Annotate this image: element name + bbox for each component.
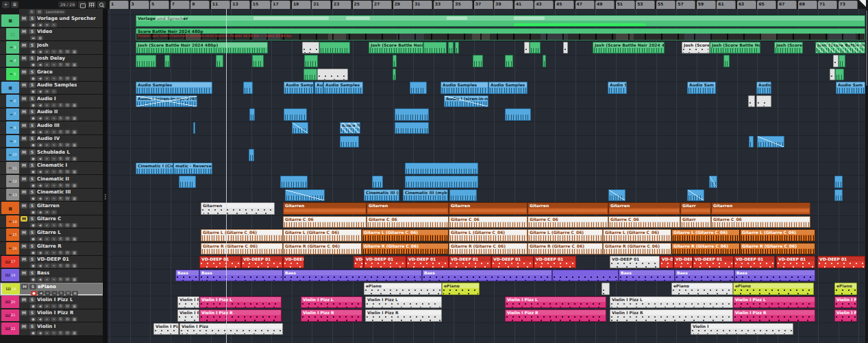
timeline-event[interactable] (302, 42, 319, 54)
edit-channel-button[interactable]: e (44, 331, 50, 335)
channel-button[interactable]: ▦ (71, 223, 77, 228)
ruler-bar-27[interactable]: 27 (373, 1, 392, 9)
channel-button[interactable]: ▦ (71, 103, 77, 108)
track-color-tab[interactable]: ≈14 (6, 215, 19, 228)
track-color-tab[interactable]: ≈5 (6, 68, 19, 80)
inserts-button[interactable]: ≈ (51, 49, 57, 54)
automation-write-button[interactable]: W (64, 62, 71, 67)
track-row-audio-samples[interactable]: ■MSAudio Samples●◀≡≈ (0, 82, 103, 95)
edit-channel-button[interactable]: e (44, 263, 50, 268)
ruler-bar-21[interactable]: 21 (312, 1, 331, 9)
channel-button[interactable]: ▦ (71, 130, 77, 134)
solo-button[interactable]: S (29, 310, 36, 316)
automation-write-button[interactable]: W (64, 237, 71, 241)
mute-button[interactable]: M (21, 82, 27, 88)
event-audio-sam[interactable]: Audio Sam (608, 82, 627, 94)
timeline-event[interactable] (449, 189, 477, 202)
timeline-event[interactable] (243, 82, 253, 94)
event-vd-deep-01[interactable]: VD-DEEP 01 (693, 256, 734, 268)
event-gitarre-l-gitarre-c-06[interactable]: Gitarre L (Gitarre C_06) (603, 229, 671, 241)
event-audio-samples[interactable]: Audio Samples (488, 82, 528, 94)
mute-button[interactable]: M (21, 56, 27, 61)
solo-button[interactable]: S (29, 96, 36, 102)
channel-button[interactable]: ▦ (71, 183, 77, 188)
automation-write-button[interactable]: W (36, 10, 42, 14)
event-josh-score-battle-noir-2024-480[interactable]: Josh (Score Battle Noir 2024 480 (710, 42, 760, 54)
event-gitarre-c-06[interactable]: Gitarre C_06 (528, 216, 608, 228)
event-vd-deep-01[interactable]: VD-DEEP 01 (776, 256, 815, 268)
automation-read-button[interactable]: R (58, 250, 64, 255)
timeline-event[interactable] (280, 176, 308, 188)
record-arm-button[interactable]: ● (30, 143, 36, 147)
automation-write-button[interactable]: W (64, 130, 71, 134)
monitor-button[interactable]: ◀ (37, 304, 43, 309)
event-bass[interactable]: Bass (675, 270, 734, 282)
event-gitarre-r-gitarre-c-06[interactable]: Gitarre R (Gitarre C_06) (740, 243, 815, 255)
ruler-bar-57[interactable]: 57 (676, 1, 695, 9)
solo-button[interactable]: S (29, 244, 36, 249)
ruler-bar-69[interactable]: 69 (798, 1, 817, 9)
ruler-bar-59[interactable]: 59 (697, 1, 716, 9)
automation-read-button[interactable]: R (58, 196, 64, 201)
event-epiano[interactable]: ePiano (671, 283, 733, 295)
event-gitarre-l-gitarre-c-06[interactable]: Gitarre L (Gitarre C_06) (671, 229, 740, 241)
event-gitarre-c-06[interactable]: Gitarre C_06 (449, 216, 528, 228)
track-color-tab[interactable]: ≈9 (6, 135, 19, 147)
event-gitarre-l-gitarre-c-06[interactable]: Gitarre L (Gitarre C_06) (528, 229, 603, 241)
record-arm-button[interactable]: ● (30, 130, 36, 134)
timeline-event[interactable] (405, 176, 478, 188)
ruler-bar-9[interactable]: 9 (190, 1, 210, 9)
automation-read-button[interactable]: R (58, 130, 64, 134)
automation-write-button[interactable]: W (64, 331, 71, 335)
edit-channel-button[interactable]: e (44, 116, 50, 121)
solo-button[interactable]: S (29, 56, 36, 61)
event-vd-deep-01[interactable]: VD-DEEP 01 (199, 256, 241, 268)
timeline-event[interactable] (757, 136, 784, 148)
edit-channel-button[interactable]: e (44, 49, 50, 54)
automation-read-button[interactable]: R (58, 103, 64, 108)
automation-read-button[interactable]: R (58, 143, 64, 147)
track-row-audio-ii[interactable]: ≈7MSAudio II●◀e≈RW▦ (0, 108, 103, 122)
track-row-cinematic-ii[interactable]: ≈12MSCinematic II●◀e≈RW▦ (0, 175, 103, 189)
record-arm-button[interactable]: ▬ (30, 36, 36, 40)
event-matic-reverse-03-rd[interactable]: matic - Reverse 03_RD (173, 163, 212, 175)
track-row-audio-iv[interactable]: ≈9MSAudio IV●◀e≈RW▦ (0, 135, 103, 149)
ruler-bar-19[interactable]: 19 (292, 1, 311, 9)
timeline-event[interactable] (393, 69, 396, 81)
timeline-event[interactable] (340, 136, 359, 148)
record-arm-button[interactable]: ● (30, 89, 36, 94)
event-gitarren[interactable]: Gitarren (528, 202, 608, 215)
monitor-button[interactable]: ◀ (37, 196, 43, 201)
record-arm-button[interactable]: ● (31, 291, 37, 296)
inserts-button[interactable]: ≈ (51, 250, 57, 255)
event-gitarren[interactable]: Gitarren (608, 202, 680, 215)
edit-channel-button[interactable]: ≡ (44, 210, 50, 215)
edit-channel-button[interactable]: e (44, 143, 50, 147)
panel-divider[interactable]: ••• (103, 0, 108, 343)
ruler-bar-33[interactable]: 33 (434, 1, 453, 9)
timeline-event[interactable] (136, 55, 156, 67)
event-violin-i-pizz-r[interactable]: Violin I Pizz R (199, 309, 282, 322)
automation-write-button[interactable]: W (65, 291, 71, 296)
automation-read-button[interactable]: R (58, 183, 64, 188)
event-audio-samples[interactable]: Audio Samples (323, 82, 363, 94)
track-color-tab[interactable]: ≈16 (6, 242, 19, 255)
event-gitarre-r-gitarre-c-06[interactable]: Gitarre R (Gitarre C_06) (201, 243, 283, 255)
record-arm-button[interactable]: ● (30, 49, 36, 54)
event-gitarre-l-gitarre-c-06[interactable]: Gitarre L (Gitarre C_06) (362, 229, 449, 241)
timeline-event[interactable] (292, 122, 308, 134)
event-violin-i-pizz[interactable]: Violin I Pizz (834, 309, 857, 322)
timeline-event[interactable] (749, 136, 754, 148)
event-audio-sam[interactable]: Audio Sam (687, 82, 716, 94)
inserts-button[interactable]: ≈ (51, 237, 57, 241)
solo-button[interactable]: S (29, 163, 36, 168)
record-arm-button[interactable]: ● (30, 263, 36, 268)
event-epiano[interactable]: ePiano (442, 283, 480, 295)
automation-read-button[interactable]: R (58, 304, 64, 309)
automation-write-button[interactable]: W (64, 103, 71, 108)
inserts-button[interactable]: ≈ (51, 183, 57, 188)
monitor-button[interactable]: ◀ (37, 237, 43, 241)
track-row-grace[interactable]: ≈5MSGrace●◀e≈RW▦ (0, 68, 103, 82)
ruler-bar-37[interactable]: 37 (474, 1, 493, 9)
inserts-button[interactable]: ≈ (51, 103, 57, 108)
